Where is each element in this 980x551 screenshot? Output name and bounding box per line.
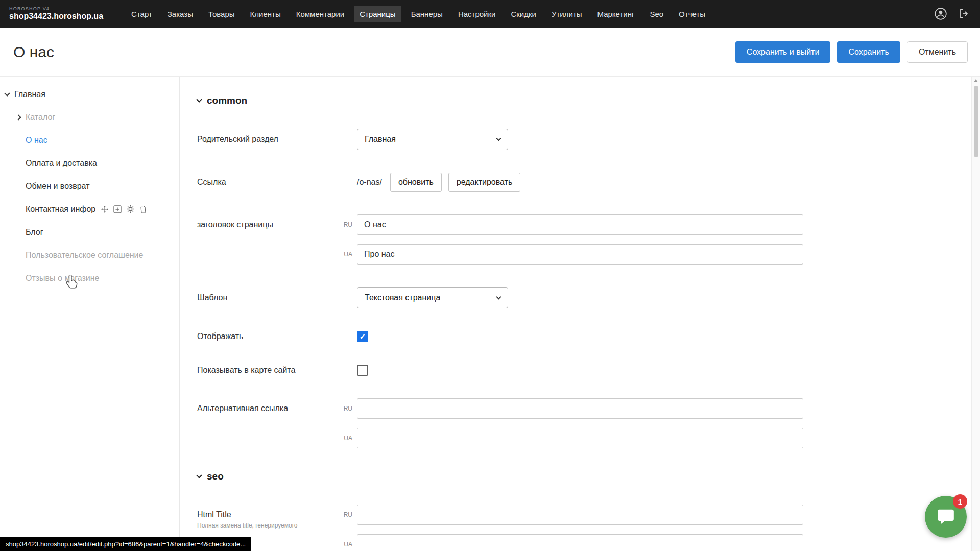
- link-label: Ссылка: [197, 178, 335, 187]
- cancel-button[interactable]: Отменить: [907, 41, 968, 63]
- link-update-button[interactable]: обновить: [390, 173, 442, 192]
- topbar: HOROSHOP V4 shop34423.horoshop.ua Старт …: [0, 0, 980, 28]
- save-and-exit-button[interactable]: Сохранить и выйти: [735, 41, 831, 63]
- sitemap-checkbox[interactable]: [357, 365, 368, 376]
- pages-tree-sidebar: Главная Каталог О нас Оплата и доставка …: [0, 77, 180, 551]
- settings-icon[interactable]: [126, 205, 135, 213]
- menu-discounts[interactable]: Скидки: [505, 6, 541, 22]
- delete-icon[interactable]: [139, 205, 147, 213]
- menu-comments[interactable]: Комментарии: [291, 6, 350, 22]
- template-label: Шаблон: [197, 293, 335, 302]
- sidebar-item-user-agreement[interactable]: Пользовательское соглашение: [0, 244, 179, 267]
- tree-row-actions: [101, 205, 147, 213]
- lang-ua-badge: UA: [335, 428, 357, 448]
- sidebar-item-contact-info[interactable]: Контактная инфор: [0, 198, 179, 221]
- lang-ua-badge: UA: [335, 244, 357, 265]
- menu-orders[interactable]: Заказы: [162, 6, 199, 22]
- menu-seo[interactable]: Seo: [644, 6, 669, 22]
- lang-ru-badge: RU: [335, 505, 357, 525]
- lang-ua-badge: UA: [335, 534, 357, 551]
- parent-section-label: Родительский раздел: [197, 135, 335, 144]
- link-path: /o-nas/: [357, 178, 382, 187]
- menu-settings[interactable]: Настройки: [452, 6, 501, 22]
- display-label: Отображать: [197, 332, 335, 341]
- check-icon: ✓: [360, 332, 366, 341]
- html-title-ru-input[interactable]: [357, 505, 803, 525]
- scrollbar-thumb[interactable]: [974, 86, 978, 157]
- page-title-label: заголовок страницы: [197, 214, 335, 235]
- display-checkbox[interactable]: ✓: [357, 331, 368, 342]
- logo-shop-name: shop34423.horoshop.ua: [9, 12, 103, 21]
- menu-utilities[interactable]: Утилиты: [546, 6, 588, 22]
- alt-link-ru-input[interactable]: [357, 398, 803, 419]
- top-menu: Старт Заказы Товары Клиенты Комментарии …: [126, 6, 711, 22]
- template-select[interactable]: Текстовая страница: [357, 287, 508, 308]
- sidebar-item-exchange-return[interactable]: Обмен и возврат: [0, 175, 179, 198]
- sitemap-label: Показывать в карте сайта: [197, 366, 335, 375]
- chat-widget-button[interactable]: 1: [925, 496, 967, 538]
- save-button[interactable]: Сохранить: [837, 41, 900, 63]
- alt-link-label: Альтернативная ссылка: [197, 398, 335, 419]
- scroll-up-icon[interactable]: [974, 79, 978, 82]
- parent-section-select[interactable]: Главная: [357, 129, 508, 150]
- section-common[interactable]: common: [197, 95, 980, 106]
- logo[interactable]: HOROSHOP V4 shop34423.horoshop.ua: [9, 7, 103, 20]
- section-collapse-icon[interactable]: [196, 97, 202, 102]
- html-title-hint: Полная замена title, генерируемого: [197, 522, 335, 530]
- chevron-down-icon: [496, 294, 501, 299]
- section-collapse-icon[interactable]: [196, 472, 202, 478]
- chat-unread-badge: 1: [953, 494, 967, 509]
- sidebar-item-store-reviews[interactable]: Отзывы о магазине: [0, 267, 179, 290]
- menu-marketing[interactable]: Маркетинг: [591, 6, 640, 22]
- vertical-scrollbar[interactable]: [971, 77, 980, 551]
- section-seo[interactable]: seo: [197, 471, 980, 482]
- page-edit-form: common Родительский раздел Главная Ссылк…: [180, 77, 980, 551]
- link-preview-statusbar: shop34423.horoshop.ua/edit/edit.php?id=6…: [0, 537, 251, 551]
- menu-banners[interactable]: Баннеры: [405, 6, 448, 22]
- page-title-ru-input[interactable]: [357, 214, 803, 235]
- sidebar-item-about[interactable]: О нас: [0, 129, 179, 152]
- page-title: О нас: [13, 43, 54, 61]
- sidebar-item-blog[interactable]: Блог: [0, 221, 179, 244]
- link-edit-button[interactable]: редактировать: [448, 173, 520, 192]
- chat-bubble-icon: [936, 507, 955, 526]
- logo-version: HOROSHOP V4: [9, 7, 103, 12]
- menu-pages[interactable]: Страницы: [354, 6, 401, 22]
- add-icon[interactable]: [113, 205, 122, 213]
- lang-ru-badge: RU: [335, 398, 357, 419]
- sidebar-item-payment-delivery[interactable]: Оплата и доставка: [0, 152, 179, 175]
- page-title-ua-input[interactable]: [357, 244, 803, 265]
- sidebar-item-catalog[interactable]: Каталог: [0, 106, 179, 129]
- html-title-ua-input[interactable]: [357, 534, 803, 551]
- account-icon[interactable]: [934, 7, 947, 20]
- page-header: О нас Сохранить и выйти Сохранить Отмени…: [0, 28, 980, 77]
- logout-icon[interactable]: [958, 7, 971, 20]
- chevron-right-icon[interactable]: [15, 114, 21, 120]
- sidebar-item-home[interactable]: Главная: [0, 83, 179, 106]
- chevron-down-icon[interactable]: [4, 90, 10, 96]
- move-icon[interactable]: [101, 205, 109, 213]
- menu-products[interactable]: Товары: [203, 6, 241, 22]
- lang-ru-badge: RU: [335, 214, 357, 235]
- menu-reports[interactable]: Отчеты: [673, 6, 711, 22]
- menu-start[interactable]: Старт: [126, 6, 158, 22]
- chevron-down-icon: [496, 136, 501, 141]
- menu-clients[interactable]: Клиенты: [245, 6, 286, 22]
- alt-link-ua-input[interactable]: [357, 428, 803, 448]
